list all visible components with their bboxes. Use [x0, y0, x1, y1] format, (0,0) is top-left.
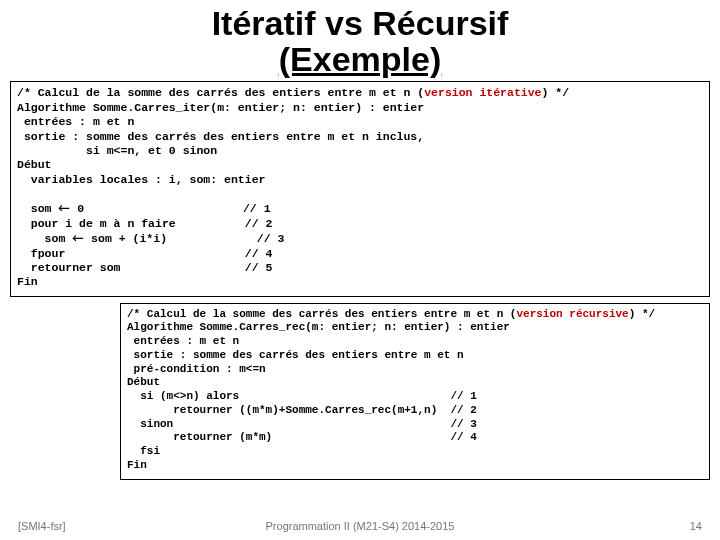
iter-b6: Fin [17, 275, 38, 288]
rec-comment-a: /* Calcul de la somme des carrés des ent… [127, 308, 516, 320]
code-box-iterative: /* Calcul de la somme des carrés des ent… [10, 81, 710, 296]
left-arrow-icon: 🡐 [72, 232, 84, 244]
iter-l2: Algorithme Somme.Carres_iter(m: entier; … [17, 101, 424, 114]
iter-l5: si m<=n, et 0 sinon [17, 144, 217, 157]
rec-b3: sinon // 3 [127, 418, 477, 430]
iter-l6: Début [17, 158, 52, 171]
slide-title: Itératif vs Récursif (Exemple) [0, 6, 720, 77]
rec-comment-c: ) */ [629, 308, 655, 320]
iter-l4: sortie : somme des carrés des entiers en… [17, 130, 424, 143]
rec-b1: si (m<>n) alors // 1 [127, 390, 477, 402]
iter-b1v: 0 // 1 [70, 202, 270, 215]
left-arrow-icon: 🡐 [58, 202, 70, 214]
footer: [SMI4-fsr] Programmation II (M21-S4) 201… [0, 520, 720, 538]
rec-b5: fsi [127, 445, 160, 457]
iter-b2: pour i de m à n faire // 2 [17, 217, 272, 230]
rec-b4: retourner (m*m) // 4 [127, 431, 477, 443]
iter-b3v: som + (i*i) // 3 [84, 232, 284, 245]
slide: Itératif vs Récursif (Exemple) /* Calcul… [0, 6, 720, 540]
iter-b5: retourner som // 5 [17, 261, 272, 274]
title-line2: (Exemple) [279, 40, 442, 78]
rec-l3: entrées : m et n [127, 335, 239, 347]
iter-comment-c: ) */ [542, 86, 570, 99]
iter-comment-a: /* Calcul de la somme des carrés des ent… [17, 86, 424, 99]
code-box-recursive: /* Calcul de la somme des carrés des ent… [120, 303, 710, 480]
footer-center: Programmation II (M21-S4) 2014-2015 [0, 520, 720, 532]
rec-l6: Début [127, 376, 160, 388]
rec-b6: Fin [127, 459, 147, 471]
page-number: 14 [690, 520, 702, 532]
rec-l5: pré-condition : m<=n [127, 363, 266, 375]
iter-comment-b: version itérative [424, 86, 541, 99]
iter-b3: som [17, 232, 72, 245]
rec-l4: sortie : somme des carrés des entiers en… [127, 349, 464, 361]
rec-b2: retourner ((m*m)+Somme.Carres_rec(m+1,n)… [127, 404, 477, 416]
rec-l2: Algorithme Somme.Carres_rec(m: entier; n… [127, 321, 510, 333]
title-line1: Itératif vs Récursif [212, 4, 509, 42]
iter-b4: fpour // 4 [17, 247, 272, 260]
iter-b1: som [17, 202, 58, 215]
rec-comment-b: version récursive [516, 308, 628, 320]
iter-l7: variables locales : i, som: entier [17, 173, 265, 186]
iter-l3: entrées : m et n [17, 115, 134, 128]
